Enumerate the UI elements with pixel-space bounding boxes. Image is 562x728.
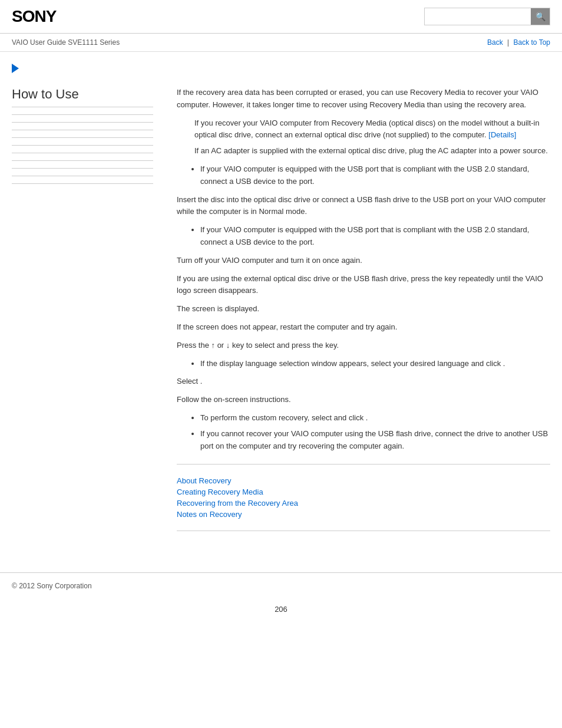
sidebar-divider-10	[12, 183, 153, 184]
page-footer: © 2012 Sony Corporation	[0, 572, 562, 599]
search-input[interactable]	[425, 8, 531, 25]
bullet-list-2: If your VAIO computer is equipped with t…	[200, 224, 550, 249]
back-link[interactable]: Back	[487, 38, 503, 47]
sidebar-divider-7	[12, 160, 153, 161]
sidebar-divider-5	[12, 145, 153, 146]
content-para6: If the screen does not appear, restart t…	[177, 321, 550, 334]
page-number: 206	[0, 599, 562, 620]
content-divider-bottom	[177, 531, 550, 531]
sidebar-divider-8	[12, 168, 153, 169]
footer-links: About Recovery Creating Recovery Media R…	[177, 476, 550, 519]
nav-links: Back | Back to Top	[487, 38, 550, 47]
back-to-top-link[interactable]: Back to Top	[514, 38, 550, 47]
bullet-item-3: If the display language selection window…	[200, 358, 550, 370]
sidebar-divider-9	[12, 176, 153, 176]
content-area: If the recovery area data has been corru…	[165, 87, 550, 543]
notes-recovery-link[interactable]: Notes on Recovery	[177, 510, 550, 519]
sidebar-divider-4	[12, 137, 153, 138]
sidebar: How to Use	[12, 87, 165, 543]
details-link[interactable]: [Details]	[488, 130, 516, 139]
main-layout: How to Use If the recovery area data has…	[0, 87, 562, 555]
indented-para1: If you recover your VAIO computer from R…	[194, 117, 550, 142]
header: SONY 🔍	[0, 0, 562, 34]
indented-para2: If an AC adapter is supplied with the ex…	[194, 145, 550, 157]
sidebar-divider-1	[12, 114, 153, 115]
sidebar-divider-2	[12, 122, 153, 123]
breadcrumb-arrow	[12, 64, 19, 73]
creating-recovery-link[interactable]: Creating Recovery Media	[177, 487, 550, 496]
sidebar-title: How to Use	[12, 87, 153, 107]
bullet-item-1: If your VAIO computer is equipped with t…	[200, 163, 550, 188]
content-para8: Select .	[177, 375, 550, 388]
about-recovery-link[interactable]: About Recovery	[177, 476, 550, 485]
nav-separator: |	[507, 38, 509, 47]
nav-bar: VAIO User Guide SVE1111 Series Back | Ba…	[0, 34, 562, 52]
content-para5: The screen is displayed.	[177, 303, 550, 315]
bullet-item-2: If your VAIO computer is equipped with t…	[200, 224, 550, 249]
indented-block-1: If you recover your VAIO computer from R…	[194, 117, 550, 157]
recovering-link[interactable]: Recovering from the Recovery Area	[177, 499, 550, 508]
bullet-item-5: If you cannot recover your VAIO computer…	[200, 428, 550, 453]
content-para4: If you are using the external optical di…	[177, 273, 550, 298]
bullet-list-3: If the display language selection window…	[200, 358, 550, 370]
content-para9: Follow the on-screen instructions.	[177, 394, 550, 406]
bullet-list-4: To perform the custom recovery, select a…	[200, 412, 550, 452]
sidebar-divider-6	[12, 153, 153, 153]
content-para7: Press the ↑ or ↓ key to select and press…	[177, 340, 550, 352]
sony-logo: SONY	[12, 7, 56, 26]
content-para3: Turn off your VAIO computer and turn it …	[177, 255, 550, 267]
breadcrumb: VAIO User Guide SVE1111 Series	[12, 38, 120, 47]
bullet-list-1: If your VAIO computer is equipped with t…	[200, 163, 550, 188]
bullet-item-4: To perform the custom recovery, select a…	[200, 412, 550, 424]
search-button[interactable]: 🔍	[531, 8, 550, 25]
content-para2: Insert the disc into the optical disc dr…	[177, 194, 550, 219]
content-para1: If the recovery area data has been corru…	[177, 87, 550, 111]
sidebar-divider-3	[12, 130, 153, 130]
search-box: 🔍	[424, 8, 550, 25]
copyright: © 2012 Sony Corporation	[12, 582, 550, 590]
content-divider-top	[177, 464, 550, 465]
